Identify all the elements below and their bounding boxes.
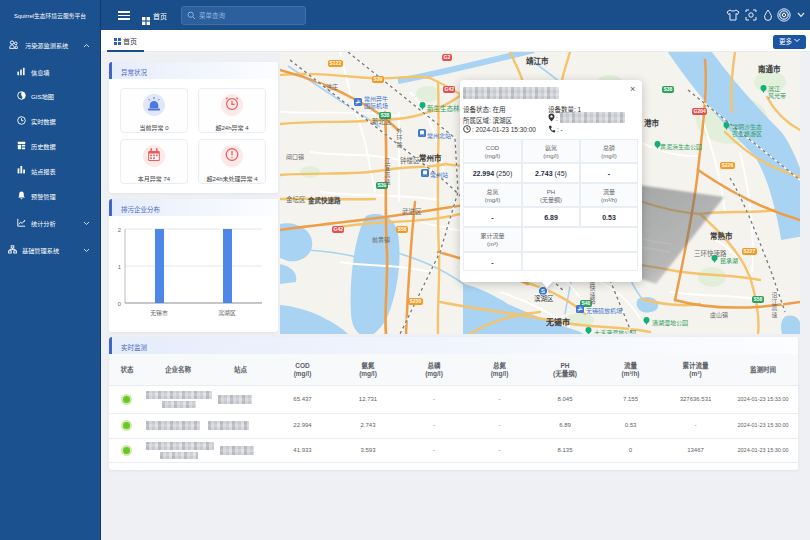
svg-text:2: 2 bbox=[118, 227, 121, 233]
svg-text:1: 1 bbox=[118, 264, 121, 270]
svg-text:0: 0 bbox=[118, 301, 121, 307]
svg-text:无锡市: 无锡市 bbox=[150, 309, 168, 317]
svg-text:滨湖区: 滨湖区 bbox=[218, 309, 236, 317]
